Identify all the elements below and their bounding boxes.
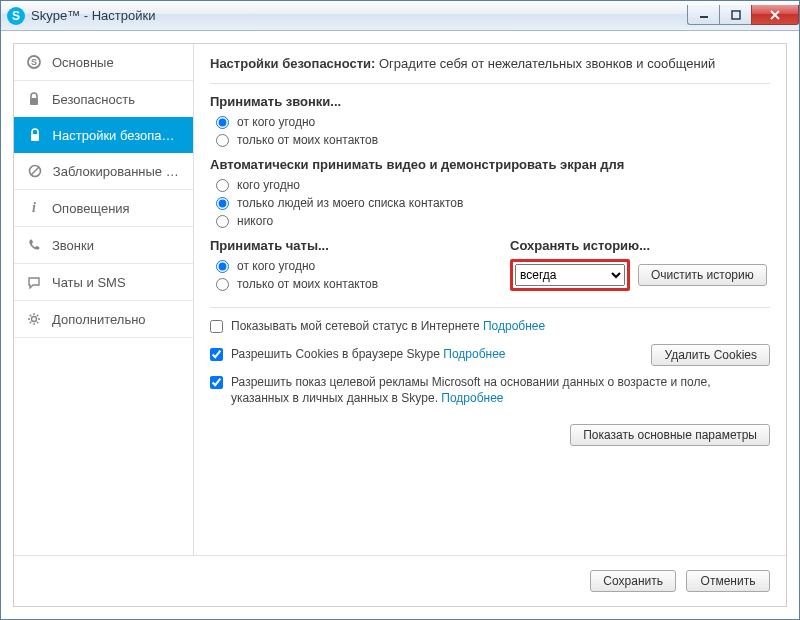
sidebar-item-calls[interactable]: Звонки: [14, 227, 193, 263]
sidebar-item-blocked[interactable]: Заблокированные по...: [14, 153, 193, 189]
svg-line-17: [37, 315, 38, 316]
sidebar-item-chats[interactable]: Чаты и SMS: [14, 264, 193, 300]
info-icon: i: [26, 200, 42, 216]
divider: [210, 307, 770, 308]
dialog: S Основные Безопасность Настройки безопа…: [13, 43, 787, 607]
section-title: Автоматически принимать видео и демонстр…: [210, 157, 770, 172]
history-select[interactable]: всегда: [515, 264, 625, 286]
section-title: Принимать чаты...: [210, 238, 470, 253]
minimize-button[interactable]: [687, 5, 719, 25]
header-desc: Оградите себя от нежелательных звонков и…: [375, 56, 715, 71]
radio-chats-contacts[interactable]: только от моих контактов: [216, 277, 470, 291]
radio-chats-anyone[interactable]: от кого угодно: [216, 259, 470, 273]
lock-icon: [26, 92, 42, 106]
save-button[interactable]: Сохранить: [590, 570, 676, 592]
clear-history-button[interactable]: Очистить историю: [638, 264, 767, 286]
titlebar: S Skype™ - Настройки: [1, 1, 799, 31]
skype-icon: S: [26, 55, 42, 69]
lock-icon: [28, 128, 43, 142]
check-label: Разрешить Cookies в браузере Skype Подро…: [231, 346, 506, 362]
sidebar-item-label: Чаты и SMS: [52, 275, 126, 290]
radio-label: никого: [237, 214, 273, 228]
radio-video-anyone[interactable]: кого угодно: [216, 178, 770, 192]
radio-input[interactable]: [216, 197, 229, 210]
checkbox-input[interactable]: [210, 348, 223, 361]
radio-calls-contacts[interactable]: только от моих контактов: [216, 133, 770, 147]
phone-icon: [26, 238, 42, 252]
svg-point-10: [32, 317, 37, 322]
sidebar-item-label: Звонки: [52, 238, 94, 253]
sidebar-item-notifications[interactable]: i Оповещения: [14, 190, 193, 226]
svg-line-16: [37, 322, 38, 323]
content-panel: Настройки безопасности: Оградите себя от…: [194, 44, 786, 555]
radio-video-nobody[interactable]: никого: [216, 214, 770, 228]
content-header: Настройки безопасности: Оградите себя от…: [210, 44, 770, 84]
close-button[interactable]: [751, 5, 799, 25]
section-calls: Принимать звонки... от кого угодно тольк…: [210, 94, 770, 147]
dialog-footer: Сохранить Отменить: [14, 556, 786, 606]
settings-window: S Skype™ - Настройки S Основные: [0, 0, 800, 620]
delete-cookies-button[interactable]: Удалить Cookies: [651, 344, 770, 366]
skype-logo-icon: S: [7, 7, 25, 25]
link-more[interactable]: Подробнее: [443, 347, 505, 361]
radio-label: кого угодно: [237, 178, 300, 192]
gear-icon: [26, 312, 42, 326]
link-more[interactable]: Подробнее: [483, 319, 545, 333]
ban-icon: [28, 164, 43, 178]
svg-line-18: [30, 322, 31, 323]
chat-icon: [26, 275, 42, 289]
sidebar-item-label: Заблокированные по...: [53, 164, 181, 179]
sidebar-item-label: Оповещения: [52, 201, 130, 216]
radio-label: только людей из моего списка контактов: [237, 196, 463, 210]
check-label: Разрешить показ целевой рекламы Microsof…: [231, 374, 770, 406]
show-basic-button[interactable]: Показать основные параметры: [570, 424, 770, 446]
radio-input[interactable]: [216, 134, 229, 147]
sidebar-item-label: Основные: [52, 55, 114, 70]
svg-line-15: [30, 315, 31, 316]
main-area: S Основные Безопасность Настройки безопа…: [14, 44, 786, 555]
window-body: S Основные Безопасность Настройки безопа…: [1, 31, 799, 619]
check-allow-cookies[interactable]: Разрешить Cookies в браузере Skype Подро…: [210, 346, 651, 362]
cancel-button[interactable]: Отменить: [686, 570, 770, 592]
sidebar-item-security[interactable]: Безопасность: [14, 81, 193, 117]
radio-label: от кого угодно: [237, 259, 315, 273]
sidebar-item-security-settings[interactable]: Настройки безопасно...: [14, 117, 193, 153]
radio-input[interactable]: [216, 179, 229, 192]
section-history: Сохранять историю... всегда Очистить ист…: [510, 238, 770, 295]
sidebar-item-general[interactable]: S Основные: [14, 44, 193, 80]
checkbox-input[interactable]: [210, 320, 223, 333]
check-allow-ads[interactable]: Разрешить показ целевой рекламы Microsof…: [210, 374, 770, 406]
radio-input[interactable]: [216, 278, 229, 291]
window-controls: [687, 6, 799, 25]
sidebar-item-label: Настройки безопасно...: [53, 128, 181, 143]
radio-input[interactable]: [216, 116, 229, 129]
radio-label: от кого угодно: [237, 115, 315, 129]
section-title: Принимать звонки...: [210, 94, 770, 109]
radio-label: только от моих контактов: [237, 133, 378, 147]
svg-line-9: [31, 167, 39, 175]
window-title: Skype™ - Настройки: [31, 8, 155, 23]
radio-input[interactable]: [216, 260, 229, 273]
radio-input[interactable]: [216, 215, 229, 228]
radio-label: только от моих контактов: [237, 277, 378, 291]
radio-video-contacts[interactable]: только людей из моего списка контактов: [216, 196, 770, 210]
maximize-button[interactable]: [719, 5, 751, 25]
svg-rect-1: [732, 11, 740, 19]
sidebar-item-label: Дополнительно: [52, 312, 146, 327]
header-title: Настройки безопасности:: [210, 56, 375, 71]
section-checkboxes: Показывать мой сетевой статус в Интернет…: [210, 318, 770, 406]
section-chats-history: Принимать чаты... от кого угодно только …: [210, 238, 770, 295]
radio-calls-anyone[interactable]: от кого угодно: [216, 115, 770, 129]
sidebar-item-advanced[interactable]: Дополнительно: [14, 301, 193, 337]
link-more[interactable]: Подробнее: [441, 391, 503, 405]
sidebar: S Основные Безопасность Настройки безопа…: [14, 44, 194, 555]
section-video: Автоматически принимать видео и демонстр…: [210, 157, 770, 228]
checkbox-input[interactable]: [210, 376, 223, 389]
check-label: Показывать мой сетевой статус в Интернет…: [231, 318, 545, 334]
check-show-status[interactable]: Показывать мой сетевой статус в Интернет…: [210, 318, 770, 334]
section-chats: Принимать чаты... от кого угодно только …: [210, 238, 470, 295]
svg-text:S: S: [31, 57, 37, 67]
sidebar-item-label: Безопасность: [52, 92, 135, 107]
section-title: Сохранять историю...: [510, 238, 770, 253]
svg-rect-6: [30, 98, 38, 105]
